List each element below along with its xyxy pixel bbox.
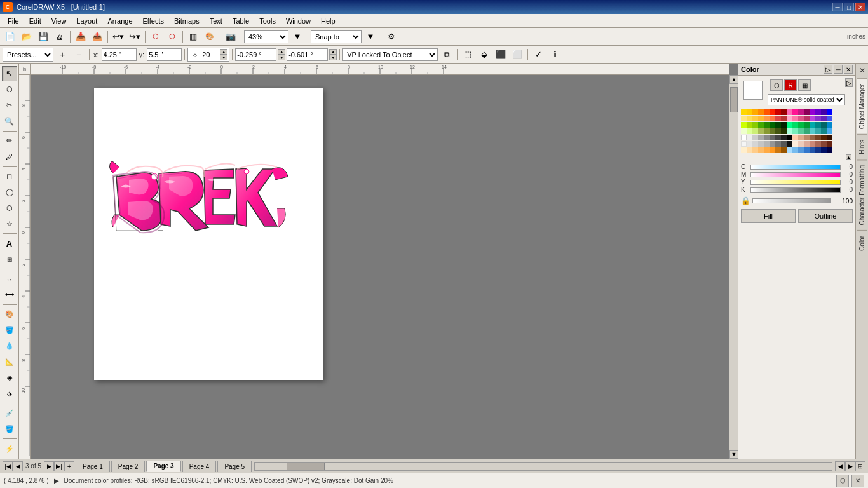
color-cell[interactable] [821,109,827,115]
zoom-tool[interactable]: 🔍 [2,114,17,129]
color-cell[interactable] [804,147,810,153]
color-cell[interactable] [827,135,832,140]
page-tab-3[interactable]: Page 3 [146,461,180,472]
menu-table[interactable]: Table [227,14,254,28]
polygon-tool[interactable]: ⬡ [2,200,17,215]
color-cell[interactable] [747,109,752,115]
color-cell[interactable] [815,122,821,128]
perspective-btn1[interactable]: ⬚ [460,48,475,62]
color-cell[interactable] [810,141,815,147]
color-cell[interactable] [810,109,815,115]
color-cell[interactable] [821,128,827,134]
maximize-button[interactable]: □ [844,3,854,11]
n-down-btn[interactable]: ▼ [220,55,227,60]
color-cell[interactable] [781,109,787,115]
horizontal-scrollbar[interactable] [254,462,832,471]
menu-help[interactable]: Help [316,14,341,28]
new-doc-button[interactable]: 📄 [3,30,18,44]
page-tab-5[interactable]: Page 5 [217,461,252,472]
smart-draw-tool[interactable]: 🖊 [2,149,17,165]
color-cell[interactable] [775,116,781,121]
text-tool[interactable]: A [2,236,17,251]
h-scroll-thumb[interactable] [287,463,325,470]
color-cell[interactable] [758,109,764,115]
color-cell[interactable] [821,116,827,121]
menu-effects[interactable]: Effects [138,14,169,28]
pantone-dropdown[interactable]: PANTONE® solid coated [768,94,845,105]
open-button[interactable]: 📂 [19,30,34,44]
undo-dropdown-button[interactable]: ↩▾ [111,30,126,44]
color-cell[interactable] [770,128,775,134]
color-cell[interactable] [821,135,827,140]
color-cell[interactable] [821,122,827,128]
fill-tool[interactable]: 🎨 [2,307,17,322]
color-cell[interactable] [781,141,787,147]
perspective-btn4[interactable]: ⬜ [510,48,525,62]
color-cell[interactable] [741,147,747,153]
color-cell[interactable] [792,128,798,134]
color-cell[interactable] [764,116,770,121]
color-cell[interactable] [787,135,792,140]
panel-x-close[interactable]: ✕ [856,64,869,78]
redo-dropdown-button[interactable]: ↪▾ [127,30,142,44]
color-cell[interactable] [741,109,747,115]
presets-combo[interactable]: Presets... [3,48,53,62]
color-cell[interactable] [770,109,775,115]
color-cell[interactable] [781,116,787,121]
color-cell[interactable] [752,147,758,153]
page-first-btn[interactable]: |◀ [3,461,13,471]
zoom-dropdown-btn[interactable]: ▼ [290,30,305,44]
color-cell[interactable] [758,141,764,147]
color-cell[interactable] [741,128,747,134]
angle2-input[interactable] [287,48,328,61]
menu-file[interactable]: File [3,14,24,28]
panel-flyout-btn[interactable]: ▷ [824,65,832,74]
menu-bitmaps[interactable]: Bitmaps [169,14,205,28]
color-cell[interactable] [741,116,747,121]
palette-opt3[interactable]: ▦ [798,79,811,91]
y-input[interactable] [147,48,182,61]
del-preset-btn[interactable]: − [71,48,86,62]
color-cell[interactable] [752,109,758,115]
blend-tool[interactable]: 💧 [2,339,17,354]
ellipse-tool[interactable]: ◯ [2,184,17,200]
cmyk-c-bar[interactable] [750,165,841,170]
color-cell[interactable] [781,135,787,140]
color-cell[interactable] [798,122,804,128]
page-tab-2[interactable]: Page 2 [111,461,146,472]
color-cell[interactable] [752,141,758,147]
screenshot-btn[interactable]: 📷 [223,30,238,44]
color-cell[interactable] [747,122,752,128]
scroll-down-btn[interactable]: ▼ [729,450,738,459]
color-cell[interactable] [798,109,804,115]
color-cell[interactable] [770,135,775,140]
color-cell[interactable] [787,128,792,134]
vtab-object-manager[interactable]: Object Manager [857,78,867,134]
color-cell[interactable] [764,122,770,128]
color-cell[interactable] [798,147,804,153]
page-tab-4[interactable]: Page 4 [182,461,217,472]
palette-opt2[interactable]: R [784,79,797,91]
add-page-btn[interactable]: + [64,461,74,471]
color-cell[interactable] [752,116,758,121]
angle1-input[interactable] [235,48,276,61]
color-cell[interactable] [798,135,804,140]
corel-icon2[interactable]: ⬡ [165,30,180,44]
color-cell[interactable] [827,116,832,121]
select-tool[interactable]: ↖ [2,66,17,81]
color-cell[interactable] [827,147,832,153]
scroll-up-btn[interactable]: ▲ [729,75,738,84]
color-cell[interactable] [770,141,775,147]
color-cell[interactable] [798,128,804,134]
panel-minimize-btn[interactable]: ─ [834,65,843,74]
cmyk-y-bar[interactable] [750,180,841,185]
menu-text[interactable]: Text [205,14,227,28]
perspective-btn2[interactable]: ⬙ [477,48,492,62]
color-cell[interactable] [792,109,798,115]
color-cell[interactable] [792,135,798,140]
color-cell[interactable] [815,128,821,134]
connector-tool[interactable]: ⟷ [2,287,17,302]
freehand-tool[interactable]: ✏ [2,133,17,149]
color-cell[interactable] [752,128,758,134]
color-cell[interactable] [815,135,821,140]
